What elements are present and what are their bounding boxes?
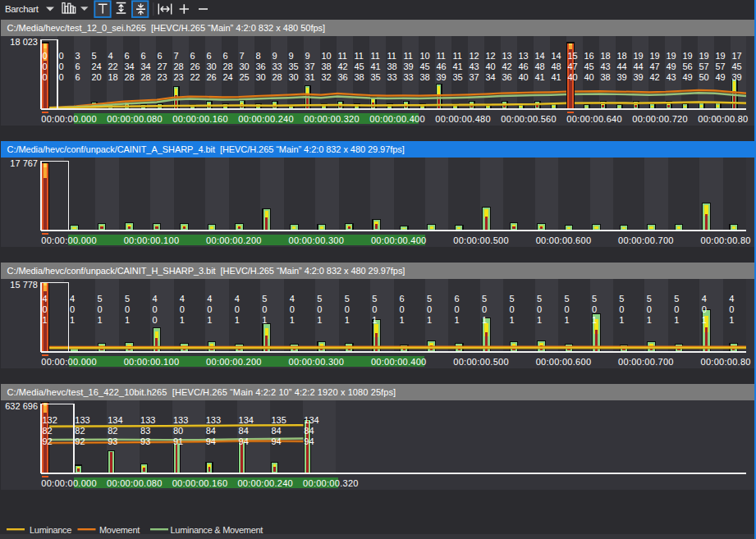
svg-text:00:00:00.640: 00:00:00.640 [566, 114, 622, 124]
svg-text:632 696: 632 696 [5, 401, 38, 411]
svg-text:00:00:00.000: 00:00:00.000 [41, 114, 97, 124]
svg-text:00:00:00.700: 00:00:00.700 [618, 235, 674, 245]
svg-text:00:00:00.320: 00:00:00.320 [303, 478, 359, 488]
svg-text:828282838084848484: 828282838084848484 [43, 426, 314, 436]
svg-text:132133134133133133134135134: 132133134133133133134135134 [43, 415, 319, 425]
svg-text:00:00:00.200: 00:00:00.200 [206, 235, 262, 245]
svg-text:00:00:00.560: 00:00:00.560 [501, 114, 557, 124]
svg-text:00:00:00.700: 00:00:00.700 [618, 357, 674, 367]
svg-text:C:/Media/hevc/conf/unpack/CAIN: C:/Media/hevc/conf/unpack/CAINIT_H_SHARP… [7, 266, 405, 276]
svg-text:00:00:00.100: 00:00:00.100 [124, 357, 180, 367]
svg-text:00:00:00.080: 00:00:00.080 [107, 114, 163, 124]
svg-text:00:00:00.400: 00:00:00.400 [369, 114, 425, 124]
svg-text:15 778: 15 778 [10, 280, 38, 290]
svg-text:00:00:00.80: 00:00:00.80 [701, 235, 751, 245]
svg-text:00:00:00.240: 00:00:00.240 [238, 114, 294, 124]
svg-text:00:00:00.000: 00:00:00.000 [41, 478, 97, 488]
svg-text:00:00:00.80: 00:00:00.80 [701, 357, 751, 367]
svg-text:18 023: 18 023 [10, 37, 38, 47]
svg-text:929293939194949494: 929293939194949494 [43, 436, 314, 446]
svg-text:Luminance & Movement: Luminance & Movement [171, 525, 263, 535]
svg-text:00:00:00.480: 00:00:00.480 [435, 114, 491, 124]
svg-text:006201828282323222624253028303: 0062018282823232226242530283031323638353… [43, 72, 742, 82]
svg-text:00:00:00.160: 00:00:00.160 [172, 114, 228, 124]
svg-text:00:00:00.500: 00:00:00.500 [453, 357, 509, 367]
svg-text:00:00:00.80: 00:00:00.80 [698, 114, 748, 124]
svg-text:Movement: Movement [99, 525, 140, 535]
svg-text:C:/Media/hevc/conf/unpack/CAIN: C:/Media/hevc/conf/unpack/CAINIT_A_SHARP… [7, 144, 405, 154]
svg-text:00:00:00.160: 00:00:00.160 [172, 478, 228, 488]
svg-text:00:00:00.300: 00:00:00.300 [289, 235, 345, 245]
svg-text:00:00:00.000: 00:00:00.000 [41, 235, 97, 245]
svg-text:00:00:00.600: 00:00:00.600 [536, 235, 592, 245]
svg-text:17 767: 17 767 [10, 158, 38, 168]
svg-text:Barchart: Barchart [5, 4, 39, 14]
svg-text:00:00:00.600: 00:00:00.600 [536, 357, 592, 367]
svg-text:00:00:00.000: 00:00:00.000 [41, 357, 97, 367]
svg-text:C:/Media/hevc/test_16_422_10bi: C:/Media/hevc/test_16_422_10bit.h265 [HE… [7, 387, 396, 397]
svg-text:006242234342728263028303633353: 0062422343427282630283036333537384245413… [43, 62, 742, 71]
svg-text:00:00:00.400: 00:00:00.400 [371, 235, 427, 245]
svg-text:00:00:00.500: 00:00:00.500 [453, 235, 509, 245]
svg-text:C:/Media/hevc/test_12_0_sei.h2: C:/Media/hevc/test_12_0_sei.h265 [HEVC/H… [7, 23, 326, 33]
svg-text:Luminance: Luminance [30, 525, 71, 535]
svg-text:00:00:00.240: 00:00:00.240 [237, 478, 293, 488]
svg-text:00:00:00.320: 00:00:00.320 [304, 114, 360, 124]
svg-text:00:00:00.400: 00:00:00.400 [371, 357, 427, 367]
svg-text:00:00:00.300: 00:00:00.300 [289, 357, 345, 367]
svg-text:00:00:00.200: 00:00:00.200 [206, 357, 262, 367]
svg-text:00:00:00.720: 00:00:00.720 [632, 114, 688, 124]
svg-text:00:00:00.100: 00:00:00.100 [124, 235, 180, 245]
svg-text:00:00:00.080: 00:00:00.080 [107, 478, 163, 488]
